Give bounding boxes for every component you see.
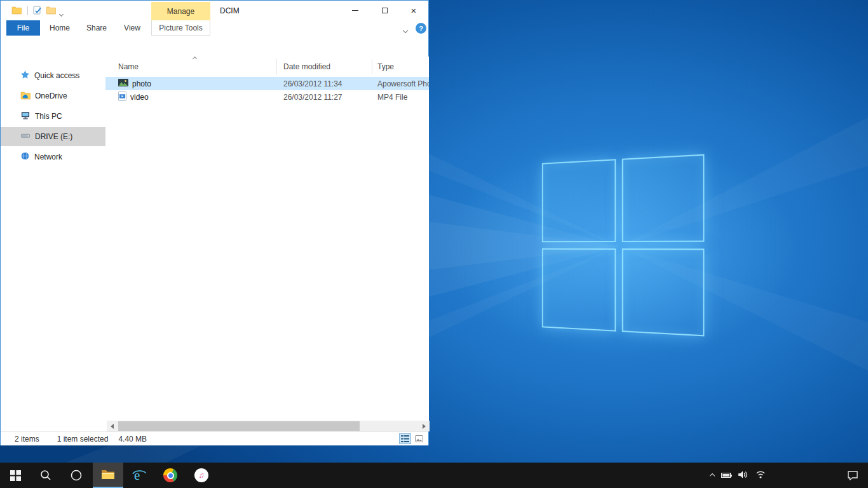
taskbar-search-button[interactable] — [31, 463, 61, 488]
selection-size: 4.40 MB — [118, 435, 147, 444]
scroll-right-icon — [423, 424, 426, 429]
navigation-pane: Quick access OneDrive This PC DRIVE (E:)… — [1, 57, 105, 421]
window-title: DCIM — [220, 6, 240, 15]
windows-logo-pane — [542, 248, 616, 332]
hidden-icons-chevron-icon[interactable] — [710, 471, 714, 480]
scroll-right-button[interactable] — [419, 421, 430, 431]
video-file-icon — [118, 92, 126, 103]
action-center-icon — [847, 470, 858, 480]
column-header-date-modified[interactable]: Date modified — [277, 59, 372, 74]
volume-icon[interactable] — [738, 470, 748, 481]
network-wifi-icon[interactable] — [755, 470, 766, 480]
system-tray — [710, 463, 766, 488]
status-bar: 2 items 1 item selected 4.40 MB — [1, 431, 428, 445]
file-name: photo — [132, 79, 151, 88]
windows-logo-pane — [622, 248, 705, 336]
file-rows: photo 26/03/2012 11:34 Apowersoft Pho vi… — [105, 77, 429, 104]
large-icons-view-icon — [415, 435, 423, 442]
file-type: MP4 File — [372, 93, 429, 102]
maximize-icon — [382, 8, 388, 13]
tab-file[interactable]: File — [6, 20, 40, 36]
file-explorer-window: Manage DCIM × File Home Share View Pictu… — [0, 0, 429, 445]
network-icon — [20, 151, 30, 163]
maximize-button[interactable] — [370, 1, 399, 20]
help-button[interactable]: ? — [416, 23, 426, 34]
drive-icon — [20, 131, 31, 142]
file-row-photo[interactable]: photo 26/03/2012 11:34 Apowersoft Pho — [105, 77, 429, 90]
file-name: video — [130, 93, 149, 102]
file-type: Apowersoft Pho — [372, 79, 429, 88]
close-button[interactable]: × — [399, 1, 428, 20]
ribbon-contextual-group-manage[interactable]: Manage — [151, 2, 210, 20]
sidebar-item-label: Quick access — [34, 71, 79, 80]
svg-text:e: e — [134, 468, 140, 483]
minimize-button[interactable] — [341, 1, 370, 20]
onedrive-icon — [20, 91, 31, 102]
qat-customize-chevron-icon[interactable] — [60, 9, 63, 18]
sidebar-item-label: OneDrive — [35, 92, 67, 100]
scrollbar-thumb[interactable] — [118, 421, 360, 431]
file-explorer-icon — [101, 469, 115, 480]
sidebar-item-drive-e[interactable]: DRIVE (E:) — [1, 127, 105, 146]
minimize-icon — [352, 10, 358, 11]
windows-start-icon — [10, 470, 21, 481]
ribbon-tab-row: File Home Share View Picture Tools ? — [1, 20, 428, 36]
sidebar-item-network[interactable]: Network — [1, 147, 105, 166]
details-view-button[interactable] — [399, 433, 411, 444]
tab-share[interactable]: Share — [82, 20, 111, 36]
file-list-area: Name Date modified Type photo 26/03/2012… — [105, 57, 429, 421]
horizontal-scrollbar[interactable] — [107, 421, 430, 431]
taskbar-file-explorer-button[interactable] — [93, 463, 123, 488]
qat-new-folder-icon[interactable] — [46, 5, 56, 15]
scroll-left-icon — [111, 424, 114, 429]
tab-view[interactable]: View — [118, 20, 147, 36]
windows-logo — [542, 154, 705, 337]
file-date-modified: 26/03/2012 11:34 — [277, 79, 372, 88]
sidebar-item-onedrive[interactable]: OneDrive — [1, 86, 105, 105]
title-bar[interactable]: Manage DCIM × — [1, 1, 428, 20]
large-icons-view-button[interactable] — [413, 433, 425, 444]
sidebar-item-label: DRIVE (E:) — [35, 132, 72, 141]
search-icon — [40, 470, 51, 481]
cortana-icon — [70, 469, 83, 482]
selection-count: 1 item selected — [57, 435, 109, 444]
internet-explorer-button[interactable]: e — [124, 463, 154, 488]
scroll-left-button[interactable] — [107, 421, 118, 431]
chrome-button[interactable] — [155, 463, 186, 488]
file-date-modified: 26/03/2012 11:27 — [277, 93, 372, 102]
column-header-name[interactable]: Name — [105, 59, 277, 74]
sidebar-item-this-pc[interactable]: This PC — [1, 107, 105, 126]
close-icon: × — [411, 6, 417, 15]
chrome-icon — [163, 468, 177, 482]
item-count: 2 items — [15, 435, 39, 444]
photo-file-icon — [118, 79, 128, 88]
details-view-icon — [401, 435, 409, 442]
expand-ribbon-chevron-icon[interactable] — [403, 25, 407, 34]
sidebar-item-label: Network — [34, 152, 62, 161]
start-button[interactable] — [0, 463, 31, 488]
itunes-icon: ♫ — [194, 468, 208, 482]
internet-explorer-icon: e — [132, 468, 147, 483]
cortana-button[interactable] — [61, 463, 92, 488]
tab-picture-tools[interactable]: Picture Tools — [151, 20, 210, 36]
windows-logo-pane — [542, 159, 616, 242]
taskbar: e ♫ — [0, 463, 868, 488]
tab-home[interactable]: Home — [45, 20, 74, 36]
windows-logo-pane — [622, 154, 705, 242]
qat-properties-icon[interactable] — [32, 5, 43, 15]
sidebar-item-label: This PC — [35, 112, 62, 121]
sidebar-item-quick-access[interactable]: Quick access — [1, 66, 105, 85]
quick-access-star-icon — [20, 70, 30, 81]
column-headers: Name Date modified Type — [105, 59, 429, 74]
file-row-video[interactable]: video 26/03/2012 11:27 MP4 File — [105, 90, 429, 104]
action-center-button[interactable] — [837, 463, 868, 488]
address-toolbar: ← → ↑ › DRIVE (E:) › DCIM ↻ — [1, 36, 428, 57]
battery-icon[interactable] — [721, 473, 731, 478]
itunes-button[interactable]: ♫ — [186, 463, 217, 488]
column-header-type[interactable]: Type — [372, 59, 429, 74]
this-pc-icon — [20, 111, 31, 122]
explorer-folder-icon — [11, 5, 22, 15]
qat-divider — [27, 6, 28, 15]
